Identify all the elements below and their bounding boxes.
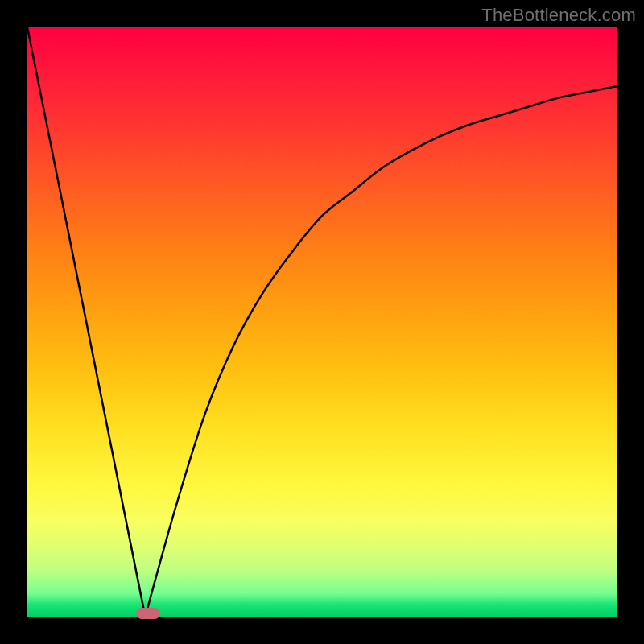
watermark-text: TheBottleneck.com bbox=[481, 5, 636, 26]
bottleneck-curve-left bbox=[27, 27, 145, 617]
plot-area bbox=[27, 27, 617, 617]
optimal-point-marker bbox=[136, 608, 160, 619]
bottleneck-curve-right bbox=[145, 86, 617, 617]
curve-svg bbox=[27, 27, 617, 617]
chart-frame: TheBottleneck.com bbox=[0, 0, 644, 644]
